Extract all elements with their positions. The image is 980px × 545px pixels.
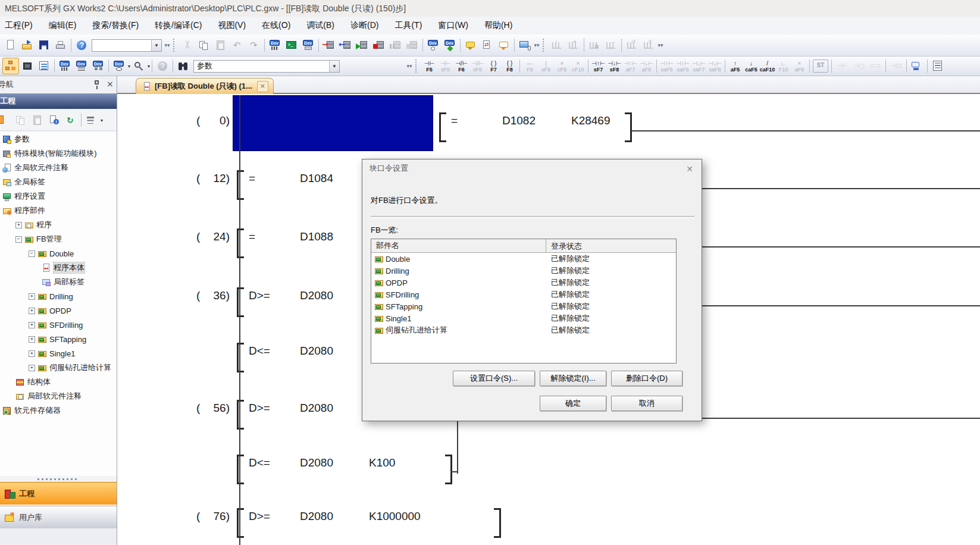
fb-list-row[interactable]: 伺服钻孔进给计算已解除锁定 bbox=[371, 324, 676, 336]
tree-expander-icon[interactable]: + bbox=[15, 222, 22, 228]
device-memory-tool-button[interactable] bbox=[73, 58, 90, 74]
device-display-button[interactable] bbox=[111, 58, 127, 74]
tree-item-pou[interactable]: 程序部件 bbox=[0, 203, 117, 218]
tree-expander-icon[interactable]: − bbox=[15, 236, 22, 243]
watch-start-button[interactable] bbox=[425, 37, 442, 54]
toolbar-overflow-icon[interactable]: ▾▾ bbox=[657, 43, 664, 48]
tree-item-local-device-comment[interactable]: 局部软元件注释 bbox=[0, 389, 117, 403]
find-combo-caret-icon[interactable]: ▼ bbox=[329, 61, 339, 72]
ladder-symbol-caF10-button[interactable]: /caF10 bbox=[759, 58, 775, 74]
tree-item-fb-single1[interactable]: +Single1 bbox=[0, 346, 117, 361]
device-comment-edit-button[interactable] bbox=[267, 37, 283, 54]
nav-data-info-button[interactable] bbox=[46, 112, 62, 129]
tree-item-special-module[interactable]: 特殊模块(智能功能模块) bbox=[0, 146, 117, 161]
ladder-symbol-aF5-button[interactable]: ↑aF5 bbox=[727, 58, 743, 74]
ladder-symbol-F7-button[interactable]: ( )F7 bbox=[486, 58, 502, 74]
toolbar-overflow-icon[interactable]: ▾▾ bbox=[533, 43, 540, 48]
toolbar-overflow-icon[interactable]: ▾▾ bbox=[164, 43, 171, 48]
menu-搜索/替换(F)[interactable]: 搜索/替换(F) bbox=[92, 20, 139, 31]
save-project-button[interactable] bbox=[36, 37, 52, 54]
dialog-close-icon[interactable]: ✕ bbox=[682, 162, 697, 176]
tree-expander-icon[interactable]: + bbox=[29, 293, 35, 300]
element-selection-window-button[interactable] bbox=[19, 58, 36, 74]
statement-display-button[interactable] bbox=[479, 37, 496, 54]
ladder-symbol-F8-button[interactable]: { }F8 bbox=[502, 58, 518, 74]
copy-button[interactable] bbox=[196, 37, 212, 54]
tree-item-global-device-comment[interactable]: 全局软元件注释 bbox=[0, 161, 117, 175]
tree-item-fb-sfdrilling[interactable]: +SFDrilling bbox=[0, 318, 117, 332]
tree-item-local-label[interactable]: 局部标签 bbox=[0, 275, 117, 289]
toolbar-grip[interactable] bbox=[415, 59, 419, 73]
print-button[interactable] bbox=[52, 37, 69, 54]
sidebar-tab-user-library[interactable]: 用户库 bbox=[0, 506, 117, 528]
device-find-button[interactable] bbox=[130, 58, 147, 74]
toolbar-grip[interactable] bbox=[173, 39, 177, 52]
note-edit-button[interactable] bbox=[909, 58, 925, 74]
menu-编辑(E)[interactable]: 编辑(E) bbox=[49, 20, 77, 31]
tree-expander-icon[interactable]: + bbox=[29, 365, 35, 371]
comment-display-button[interactable] bbox=[462, 37, 479, 54]
unlock-button[interactable]: 解除锁定(I)... bbox=[540, 371, 606, 386]
fb-list-row[interactable]: Single1已解除锁定 bbox=[371, 312, 676, 324]
write-to-plc-button[interactable] bbox=[321, 37, 337, 54]
toolbar-overflow-icon[interactable]: ▾▾ bbox=[406, 64, 413, 68]
fb-list-row[interactable]: SFDrilling已解除锁定 bbox=[371, 289, 676, 300]
fb-list[interactable]: 部件名 登录状态 Double已解除锁定Drilling已解除锁定OPDP已解除… bbox=[371, 239, 677, 364]
tree-expander-icon[interactable]: + bbox=[29, 322, 35, 328]
menu-视图(V)[interactable]: 视图(V) bbox=[218, 20, 246, 31]
dropdown-caret-icon[interactable]: ▾ bbox=[101, 118, 103, 123]
help-button[interactable] bbox=[73, 37, 90, 54]
tree-item-global-label[interactable]: 全局标签 bbox=[0, 175, 117, 189]
tree-item-fb-drilling[interactable]: +Drilling bbox=[0, 289, 117, 303]
menu-转换/编译(C)[interactable]: 转换/编译(C) bbox=[155, 20, 202, 31]
tree-expander-icon[interactable]: + bbox=[29, 308, 35, 314]
menu-工程(P)[interactable]: 工程(P) bbox=[5, 20, 33, 31]
device-comment-button[interactable] bbox=[57, 58, 73, 74]
toolbar-grip[interactable] bbox=[543, 39, 546, 52]
nav-sort-button[interactable] bbox=[83, 112, 100, 129]
instruction-list-button[interactable] bbox=[929, 58, 946, 74]
fb-list-row[interactable]: OPDP已解除锁定 bbox=[371, 277, 676, 289]
pin-icon[interactable] bbox=[90, 78, 104, 91]
note-display-button[interactable] bbox=[496, 37, 512, 54]
monitor-stop-button[interactable] bbox=[371, 37, 387, 54]
set-password-button[interactable]: 设置口令(S)... bbox=[453, 371, 535, 386]
fb-list-row[interactable]: Drilling已解除锁定 bbox=[371, 265, 676, 277]
ok-button[interactable]: 确定 bbox=[540, 396, 606, 411]
tree-item-parameter[interactable]: 参数 bbox=[0, 132, 117, 146]
menu-工具(T)[interactable]: 工具(T) bbox=[394, 20, 422, 31]
ladder-symbol-caF5-button[interactable]: ↓caF5 bbox=[743, 58, 759, 74]
fb-list-row[interactable]: Double已解除锁定 bbox=[371, 253, 676, 265]
tree-item-program-setting[interactable]: 程序设置 bbox=[0, 189, 117, 203]
tree-item-structure[interactable]: 结构体 bbox=[0, 375, 117, 389]
monitor-start-button[interactable] bbox=[354, 37, 371, 54]
sidebar-tab-project[interactable]: 工程 bbox=[0, 482, 117, 505]
tab-close-icon[interactable]: × bbox=[257, 81, 268, 92]
tree-expander-icon[interactable]: − bbox=[29, 250, 35, 257]
tree-item-fb-servo-drill-calc[interactable]: +伺服钻孔进给计算 bbox=[0, 361, 117, 375]
column-part-name[interactable]: 部件名 bbox=[371, 239, 546, 252]
ladder-symbol-F6-button[interactable]: ⊣/⊢F6 bbox=[453, 58, 469, 74]
tree-item-program[interactable]: +程序 bbox=[0, 218, 117, 232]
tree-item-program-body[interactable]: 程序本体 bbox=[0, 261, 117, 275]
column-status[interactable]: 登录状态 bbox=[546, 240, 676, 252]
cross-reference-button[interactable] bbox=[175, 58, 192, 74]
close-panel-icon[interactable] bbox=[104, 78, 117, 91]
navigation-window-button[interactable] bbox=[2, 58, 19, 74]
new-project-button[interactable] bbox=[2, 37, 19, 54]
menu-窗口(W)[interactable]: 窗口(W) bbox=[438, 20, 468, 31]
ladder-symbol-sF7-button[interactable]: ⊣↑⊢sF7 bbox=[590, 58, 606, 74]
nav-new-button[interactable] bbox=[0, 112, 12, 129]
nav-refresh-button[interactable] bbox=[62, 112, 79, 129]
tree-item-fb-opdp[interactable]: +OPDP bbox=[0, 303, 117, 318]
menu-诊断(D)[interactable]: 诊断(D) bbox=[350, 20, 378, 31]
menu-调试(B)[interactable]: 调试(B) bbox=[306, 20, 334, 31]
device-reference-button[interactable] bbox=[90, 58, 107, 74]
menu-帮助(H)[interactable]: 帮助(H) bbox=[484, 20, 512, 31]
panel-splitter[interactable] bbox=[0, 476, 117, 482]
tree-item-fb-management[interactable]: −FB管理 bbox=[0, 232, 117, 246]
delete-password-button[interactable]: 删除口令(D) bbox=[611, 371, 682, 386]
find-combo[interactable]: 参数▼ bbox=[193, 60, 340, 73]
output-window-button[interactable] bbox=[36, 58, 52, 74]
tree-item-fb-sftapping[interactable]: +SFTapping bbox=[0, 332, 117, 346]
